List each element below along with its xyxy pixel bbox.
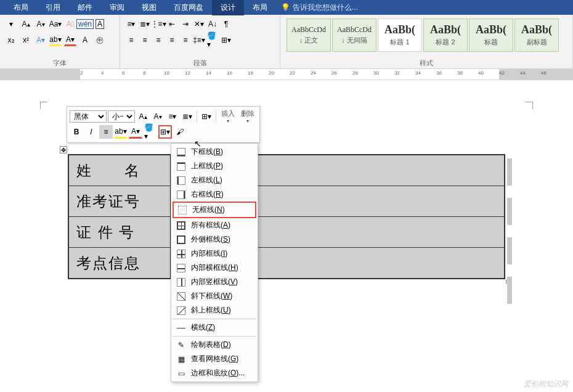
horizontal-ruler[interactable]: 2468101214161820222426283032343638404244… <box>0 69 573 80</box>
style-item[interactable]: AaBbCcDd↓ 无间隔 <box>332 18 376 52</box>
numbering-button[interactable]: ≣▾ <box>139 18 151 30</box>
justify-button[interactable]: ≡ <box>166 34 178 46</box>
menu-item-diagonal-down[interactable]: 斜下框线(W) <box>173 289 256 303</box>
tab-review[interactable]: 审阅 <box>101 0 133 15</box>
grow-font-button[interactable]: A▴ <box>20 18 32 30</box>
mini-italic-button[interactable]: I <box>84 125 98 139</box>
tab-baidu[interactable]: 百度网盘 <box>165 0 212 15</box>
menu-item-draw-table[interactable]: ✎绘制表格(D) <box>173 338 256 352</box>
menu-item-inside-horizontal[interactable]: 内部横框线(H) <box>173 261 256 275</box>
distribute-button[interactable]: ≡ <box>179 34 192 46</box>
mini-borders-button[interactable]: ⊞▾ <box>158 125 172 139</box>
tell-me-search[interactable]: 💡 告诉我您想做什么... <box>281 2 358 13</box>
align-center-button[interactable]: ≡ <box>139 34 151 46</box>
shrink-font-button[interactable]: A▾ <box>35 18 47 30</box>
mini-format-painter-button[interactable]: 🖌 <box>173 125 187 139</box>
menu-label: 内部横框线(H) <box>191 263 238 273</box>
change-case-button[interactable]: Aa▾ <box>49 18 62 30</box>
menu-label: 上框线(P) <box>191 161 223 171</box>
borders-button[interactable]: ⊞▾ <box>220 34 232 46</box>
decrease-indent-button[interactable]: ⇤ <box>166 18 178 30</box>
character-border-button[interactable]: A <box>94 18 106 30</box>
font-group-label: 字体 <box>0 59 120 68</box>
mini-numbering-button[interactable]: ≣▾ <box>181 110 194 123</box>
font-size-dropdown[interactable]: ▾ <box>5 18 17 30</box>
enclose-chars-button[interactable]: ㊥ <box>94 34 106 46</box>
tab-layout1[interactable]: 布局 <box>5 0 37 15</box>
border-dropdown-menu: 下框线(B) 上框线(P) 左框线(L) 右框线(R) 无框线(N) 所有框线(… <box>171 143 258 382</box>
menu-item-left-border[interactable]: 左框线(L) <box>173 173 256 187</box>
mini-highlight-button[interactable]: ab▾ <box>114 125 128 139</box>
mini-bullets-button[interactable]: ≡▾ <box>166 110 179 123</box>
styles-group: AaBbCcDd↓ 正文AaBbCcDd↓ 无间隔AaBb(标题 1AaBb(标… <box>280 15 573 69</box>
mini-grow-font-button[interactable]: A▴ <box>136 110 150 123</box>
menu-item-top-border[interactable]: 上框线(P) <box>173 159 256 173</box>
mini-bold-button[interactable]: B <box>70 125 83 139</box>
menu-item-diagonal-up[interactable]: 斜上框线(U) <box>173 303 256 317</box>
style-item[interactable]: AaBb(标题 <box>469 18 513 52</box>
line-spacing-button[interactable]: ‡≡▾ <box>193 34 205 46</box>
menu-item-inside-borders[interactable]: 内部框线(I) <box>173 247 256 261</box>
menu-item-inside-vertical[interactable]: 内部竖框线(V) <box>173 275 256 289</box>
table-cell-id-number[interactable]: 证 件 号 <box>69 217 171 248</box>
style-item[interactable]: AaBb(副标题 <box>514 18 559 52</box>
mini-delete-button[interactable]: 删除▾ <box>238 109 257 124</box>
mini-table-button[interactable]: ⊞▾ <box>200 110 213 123</box>
mini-insert-button[interactable]: 插入▾ <box>219 109 237 124</box>
table-cell-name[interactable]: 姓 名 <box>69 155 171 186</box>
ribbon-tabs: 布局 引用 邮件 审阅 视图 百度网盘 设计 布局 💡 告诉我您想做什么... <box>0 0 573 15</box>
mini-align-button[interactable]: ≡ <box>99 125 113 139</box>
menu-label: 内部框线(I) <box>191 248 227 259</box>
phonetic-guide-button[interactable]: wén <box>79 18 91 30</box>
highlight-button[interactable]: ab▾ <box>49 34 62 46</box>
data-table[interactable]: 姓 名 准考证号 证 件 号 考点信息 <box>68 155 505 279</box>
align-right-button[interactable]: ≡ <box>152 34 165 46</box>
show-marks-button[interactable]: ¶ <box>220 18 232 30</box>
mini-toolbar: 黑体 小一 A▴ A▾ ≡▾ ≣▾ ⊞▾ 插入▾ 删除▾ B I ≡ ab▾ A… <box>67 106 260 143</box>
row-marker <box>507 198 512 225</box>
font-color-button[interactable]: A▾ <box>64 34 76 46</box>
style-item[interactable]: AaBb(标题 2 <box>423 18 468 52</box>
menu-item-all-borders[interactable]: 所有框线(A) <box>173 218 256 232</box>
align-left-button[interactable]: ≡ <box>125 34 137 46</box>
paragraph-group-label: 段落 <box>120 59 280 68</box>
bullets-button[interactable]: ≡▾ <box>125 18 137 30</box>
mini-font-color-button[interactable]: A▾ <box>129 125 142 139</box>
menu-item-bottom-border[interactable]: 下框线(B) <box>173 145 256 159</box>
menu-item-horizontal-line[interactable]: 横线(Z) <box>173 321 256 335</box>
sort-button[interactable]: A↓ <box>206 18 219 30</box>
clear-formatting-button[interactable]: А⃠ <box>64 18 76 30</box>
text-effects-button[interactable]: A▾ <box>35 34 47 46</box>
mini-font-size-select[interactable]: 小一 <box>108 110 135 123</box>
asian-layout-button[interactable]: ✕▾ <box>193 18 205 30</box>
character-shading-button[interactable]: A <box>79 34 91 46</box>
multilevel-list-button[interactable]: ⋮≡▾ <box>152 18 165 30</box>
table-cell-exam-site[interactable]: 考点信息 <box>69 248 171 279</box>
shading-button[interactable]: 🪣▾ <box>206 34 219 46</box>
mini-fill-button[interactable]: 🪣▾ <box>144 125 157 139</box>
menu-item-borders-shading[interactable]: ▭边框和底纹(O)... <box>173 366 256 380</box>
tab-design[interactable]: 设计 <box>212 0 244 15</box>
menu-label: 斜上框线(U) <box>191 305 231 316</box>
table-move-handle[interactable]: ✥ <box>60 146 67 153</box>
mini-shrink-font-button[interactable]: A▾ <box>151 110 165 123</box>
tab-reference[interactable]: 引用 <box>37 0 69 15</box>
menu-item-right-border[interactable]: 右框线(R) <box>173 187 256 202</box>
menu-label: 所有框线(A) <box>191 220 230 231</box>
mini-font-name-select[interactable]: 黑体 <box>70 110 107 123</box>
style-item[interactable]: AaBbCcDd↓ 正文 <box>286 18 331 52</box>
menu-item-no-border[interactable]: 无框线(N) <box>173 202 256 218</box>
subscript-button[interactable]: x₂ <box>5 34 17 46</box>
menu-item-outside-borders[interactable]: 外侧框线(S) <box>173 232 256 247</box>
tab-mail[interactable]: 邮件 <box>69 0 101 15</box>
menu-label: 左框线(L) <box>191 175 222 186</box>
tab-layout2[interactable]: 布局 <box>244 0 276 15</box>
increase-indent-button[interactable]: ⇥ <box>179 18 192 30</box>
menu-label: 绘制表格(D) <box>191 340 231 350</box>
tab-view[interactable]: 视图 <box>133 0 165 15</box>
table-cell-exam-number[interactable]: 准考证号 <box>69 186 171 217</box>
menu-item-view-gridlines[interactable]: ▦查看网格线(G) <box>173 352 256 366</box>
ribbon-content: ▾ A▴ A▾ Aa▾ А⃠ wén A x₂ x² A▾ ab▾ A▾ A ㊥… <box>0 15 573 69</box>
style-item[interactable]: AaBb(标题 1 <box>378 18 422 52</box>
superscript-button[interactable]: x² <box>20 34 32 46</box>
